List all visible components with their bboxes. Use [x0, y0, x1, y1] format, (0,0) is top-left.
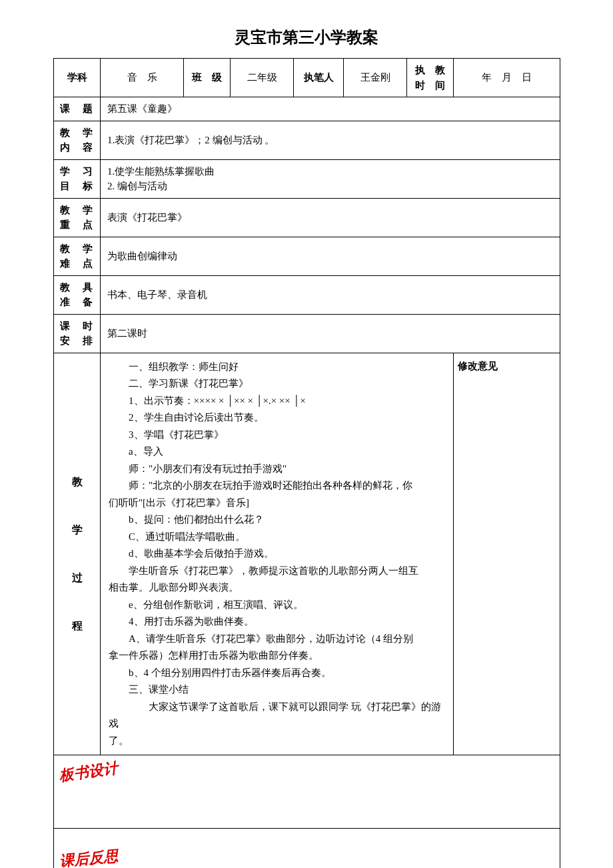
topic-row: 课 题 第五课《童趣》: [54, 97, 560, 121]
tools-value: 书本、电子琴、录音机: [101, 275, 560, 314]
process-line: a、导入: [109, 443, 445, 461]
process-line: 4、用打击乐器为歌曲伴奏。: [109, 613, 445, 631]
objective-label: 学 习目 标: [54, 159, 101, 198]
process-row: 教 学 过 程 一、组织教学：师生问好 二、学习新课《打花巴掌》 1、出示节奏：…: [54, 353, 560, 755]
difficulty-value: 为歌曲创编律动: [101, 237, 560, 275]
process-line: 学生听音乐《打花巴掌》，教师提示这首歌的儿歌部分两人一组互: [109, 563, 445, 580]
process-line: 二、学习新课《打花巴掌》: [109, 375, 445, 393]
process-line: 师："小朋友们有没有玩过拍手游戏": [109, 461, 445, 478]
class-value: 二年级: [231, 59, 294, 97]
period-label: 课 时安 排: [54, 314, 101, 353]
process-label: 教 学 过 程: [54, 353, 101, 755]
header-row: 学科 音 乐 班 级 二年级 执笔人 王金刚 执 教时 间 年 月 日: [54, 59, 560, 97]
topic-value: 第五课《童趣》: [101, 97, 560, 121]
board-design-cell: 板书设计: [54, 755, 560, 829]
objective-line2: 2. 编创与活动: [107, 179, 554, 194]
objective-value: 1.使学生能熟练掌握歌曲 2. 编创与活动: [101, 159, 560, 198]
process-label-4: 程: [59, 618, 95, 634]
process-line: 了。: [109, 733, 445, 750]
writer-value: 王金刚: [344, 59, 407, 97]
topic-label: 课 题: [54, 97, 101, 121]
tools-row: 教 具准 备 书本、电子琴、录音机: [54, 275, 560, 314]
process-line: 们听听"[出示《打花巴掌》音乐]: [109, 495, 445, 512]
reflection-graphic: 课后反思: [59, 845, 119, 868]
class-label: 班 级: [184, 59, 231, 97]
reflection-row: 课后反思: [54, 829, 560, 869]
process-line: 3、学唱《打花巴掌》: [109, 427, 445, 444]
writer-label: 执笔人: [294, 59, 344, 97]
content-row: 教 学内 容 1.表演《打花巴掌》；2 编创与活动 。: [54, 121, 560, 159]
process-line: b、4 个组分别用四件打击乐器伴奏后再合奏。: [109, 665, 445, 682]
tools-label: 教 具准 备: [54, 275, 101, 314]
design-row: 板书设计: [54, 755, 560, 829]
difficulty-row: 教 学难 点 为歌曲创编律动: [54, 237, 560, 275]
process-line: 三、课堂小结: [109, 681, 445, 699]
objective-line1: 1.使学生能熟练掌握歌曲: [107, 164, 554, 179]
process-line: e、分组创作新歌词，相互演唱、评议。: [109, 597, 445, 614]
process-line: 大家这节课学了这首歌后，课下就可以跟同学 玩《打花巴掌》的游戏: [109, 699, 445, 733]
revision-label: 修改意见: [454, 353, 560, 755]
keypoint-value: 表演《打花巴掌》: [101, 198, 560, 237]
keypoint-label: 教 学重 点: [54, 198, 101, 237]
reflection-cell: 课后反思: [54, 829, 560, 869]
period-value: 第二课时: [101, 314, 560, 353]
process-line: 拿一件乐器）怎样用打击乐器为歌曲部分伴奏。: [109, 647, 445, 665]
time-value: 年 月 日: [454, 59, 560, 97]
process-line: 师："北京的小朋友在玩拍手游戏时还能拍出各种各样的鲜花，你: [109, 477, 445, 495]
difficulty-label: 教 学难 点: [54, 237, 101, 275]
lesson-plan-table: 学科 音 乐 班 级 二年级 执笔人 王金刚 执 教时 间 年 月 日 课 题 …: [53, 58, 560, 868]
content-label: 教 学内 容: [54, 121, 101, 159]
process-label-3: 过: [59, 570, 95, 586]
process-line: 2、学生自由讨论后读出节奏。: [109, 409, 445, 427]
process-label-1: 教: [59, 474, 95, 490]
keypoint-row: 教 学重 点 表演《打花巴掌》: [54, 198, 560, 237]
subject-value: 音 乐: [101, 59, 184, 97]
content-value: 1.表演《打花巴掌》；2 编创与活动 。: [101, 121, 560, 159]
process-line: 相击掌。儿歌部分即兴表演。: [109, 579, 445, 597]
process-line: 一、组织教学：师生问好: [109, 359, 445, 376]
process-line: d、歌曲基本学会后做拍手游戏。: [109, 545, 445, 563]
process-label-2: 学: [59, 522, 95, 538]
board-design-graphic: 板书设计: [58, 757, 119, 787]
process-line: C、通过听唱法学唱歌曲。: [109, 529, 445, 546]
page-title: 灵宝市第三小学教案: [53, 27, 560, 48]
subject-label: 学科: [54, 59, 101, 97]
process-line: b、提问：他们都拍出什么花？: [109, 511, 445, 529]
objective-row: 学 习目 标 1.使学生能熟练掌握歌曲 2. 编创与活动: [54, 159, 560, 198]
process-line: A、请学生听音乐《打花巴掌》歌曲部分，边听边讨论（4 组分别: [109, 631, 445, 648]
process-line: 1、出示节奏：×××× × │×× × │×.× ×× │×: [109, 393, 445, 410]
process-content: 一、组织教学：师生问好 二、学习新课《打花巴掌》 1、出示节奏：×××× × │…: [101, 353, 454, 755]
period-row: 课 时安 排 第二课时: [54, 314, 560, 353]
time-label: 执 教时 间: [407, 59, 454, 97]
